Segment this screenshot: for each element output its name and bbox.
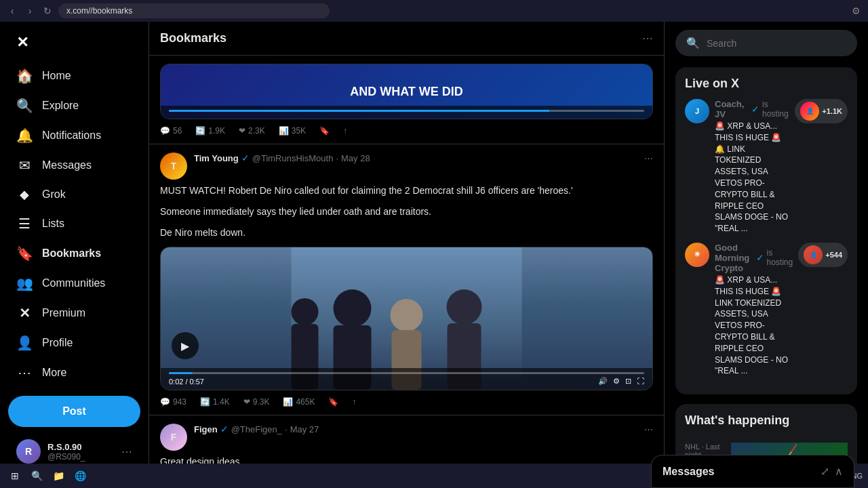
- sidebar-item-premium[interactable]: ✕ Premium: [8, 298, 140, 328]
- retweet-count: 1.4K: [213, 397, 230, 407]
- bookmark-button[interactable]: 🔖: [328, 397, 338, 407]
- communities-icon: 👥: [16, 275, 33, 291]
- tweet-date-value: May 28: [341, 153, 370, 163]
- sidebar-item-label: Grok: [42, 188, 66, 201]
- share-button[interactable]: ↑: [343, 126, 347, 136]
- retweet-button[interactable]: 🔄 1.4K: [200, 397, 230, 407]
- fullscreen-icon[interactable]: ⛶: [637, 377, 644, 386]
- sidebar-item-label: Notifications: [42, 129, 101, 142]
- sidebar-item-explore[interactable]: 🔍 Explore: [8, 91, 140, 121]
- browser-refresh[interactable]: ↻: [41, 4, 54, 18]
- retweet-button[interactable]: 🔄 1.9K: [195, 126, 225, 136]
- search-input[interactable]: [707, 38, 846, 49]
- sidebar-item-more[interactable]: ⋯ More: [8, 358, 140, 388]
- feed-more-icon[interactable]: ⋯: [642, 32, 653, 45]
- pip-icon[interactable]: ⊡: [625, 377, 631, 386]
- tweet-author-line: Figen ✓ @TheFigen_ · May 27 ⋯: [194, 424, 653, 434]
- sidebar-item-label: Bookmarks: [42, 247, 101, 260]
- views-button[interactable]: 📊 35K: [279, 126, 306, 136]
- tweet-media-top: AND WHAT WE DID: [160, 64, 653, 119]
- video-icons: 🔊 ⚙ ⊡ ⛶: [598, 377, 644, 386]
- avatar: R: [16, 439, 41, 464]
- live-info-2: Good Morning Crypto ✓ is hosting 🚨 XRP &…: [715, 243, 793, 377]
- verified-badge: ✓: [241, 152, 250, 163]
- like-button[interactable]: ❤ 9.3K: [243, 397, 270, 407]
- tweet-handle: @TimRunsHisMouth: [252, 153, 334, 163]
- reply-button[interactable]: 💬 943: [160, 397, 186, 407]
- is-hosting-label-1: is hosting: [762, 100, 789, 119]
- tweet-header: T Tim Young ✓ @TimRunsHisMouth · May 28 …: [160, 152, 653, 180]
- settings-icon[interactable]: ⚙: [613, 377, 620, 386]
- main-feed: Bookmarks ⋯ AND WHAT WE DID 💬 56 🔄 1.9K …: [149, 22, 665, 464]
- taskbar-start[interactable]: ⊞: [5, 466, 24, 485]
- bookmark-button[interactable]: 🔖: [319, 126, 330, 136]
- live-item-2[interactable]: ☀ Good Morning Crypto ✓ is hosting 🚨 XRP…: [685, 243, 848, 377]
- svg-point-3: [391, 299, 423, 331]
- tweet-author: Figen: [194, 424, 218, 434]
- sidebar-item-messages[interactable]: ✉ Messages: [8, 150, 140, 180]
- video-time: 0:02 / 0:57: [169, 378, 204, 386]
- taskbar-search[interactable]: 🔍: [27, 466, 46, 485]
- lists-icon: ☰: [16, 216, 33, 232]
- live-host-line-1: Coach, JV ✓ is hosting: [715, 99, 789, 119]
- svg-point-5: [447, 289, 482, 325]
- sidebar-item-lists[interactable]: ☰ Lists: [8, 209, 140, 239]
- browser-back[interactable]: ‹: [5, 4, 19, 18]
- sidebar-item-home[interactable]: 🏠 Home: [8, 61, 140, 91]
- sidebar-item-label: Profile: [42, 337, 73, 349]
- tweet-actions: 💬 943 🔄 1.4K ❤ 9.3K 📊 465K 🔖 ↑: [160, 397, 653, 407]
- tweet-more-icon[interactable]: ⋯: [644, 424, 653, 434]
- search-box[interactable]: 🔍: [675, 30, 857, 56]
- live-title-1: 🚨 XRP & USA... THIS IS HUGE 🚨🔔 LINK TOKE…: [715, 121, 789, 235]
- viewer-avatar-1: 👤: [800, 102, 819, 121]
- tweet-top: AND WHAT WE DID 💬 56 🔄 1.9K ❤ 2.3K 📊 35K…: [149, 56, 664, 144]
- browser-forward[interactable]: ›: [23, 4, 37, 18]
- video-progress-bar: [161, 106, 652, 119]
- notifications-icon: 🔔: [16, 127, 33, 144]
- tweet-more-icon[interactable]: ⋯: [644, 153, 653, 163]
- grok-icon: ◆: [16, 187, 33, 202]
- svg-point-7: [292, 298, 319, 325]
- viewer-count-1: 👤 +1.1K: [795, 99, 848, 123]
- share-button[interactable]: ↑: [352, 397, 356, 407]
- bookmarks-icon: 🔖: [16, 245, 33, 262]
- messages-collapse-icon[interactable]: ∧: [835, 465, 843, 478]
- tweet-date: ·: [336, 153, 338, 163]
- sidebar-item-grok[interactable]: ◆ Grok: [8, 180, 140, 209]
- user-more-icon: ⋯: [121, 445, 132, 458]
- taskbar-browser[interactable]: 🌐: [71, 466, 90, 485]
- right-sidebar: 🔍 Live on X J Coach, JV ✓ is hosting 🚨 X…: [665, 22, 868, 464]
- sidebar-item-communities[interactable]: 👥 Communities: [8, 268, 140, 298]
- sidebar-item-notifications[interactable]: 🔔 Notifications: [8, 121, 140, 150]
- url-bar[interactable]: x.com//bookmarks: [58, 3, 330, 18]
- messages-expand-icon[interactable]: ⤢: [821, 465, 829, 478]
- sidebar-item-bookmarks[interactable]: 🔖 Bookmarks: [8, 239, 140, 268]
- live-title-2: 🚨 XRP & USA... THIS IS HUGE 🚨 LINK TOKEN…: [715, 274, 793, 377]
- browser-settings[interactable]: ⚙: [849, 4, 863, 18]
- live-info-1: Coach, JV ✓ is hosting 🚨 XRP & USA... TH…: [715, 99, 789, 235]
- tweet-header: F Figen ✓ @TheFigen_ · May 27 ⋯: [160, 424, 653, 451]
- like-button[interactable]: ❤ 2.3K: [239, 126, 265, 136]
- tweet-text-2: Someone immediately says they lied under…: [160, 205, 653, 219]
- live-avatar-2: ☀: [685, 243, 709, 267]
- views-button[interactable]: 📊 465K: [283, 397, 315, 407]
- like-count: 9.3K: [253, 397, 270, 407]
- reply-button[interactable]: 💬 56: [160, 126, 182, 136]
- sidebar-item-label: Communities: [42, 277, 105, 289]
- retweet-count: 1.9K: [208, 126, 225, 136]
- verified-badge: ✓: [220, 424, 229, 434]
- live-item-1[interactable]: J Coach, JV ✓ is hosting 🚨 XRP & USA... …: [685, 99, 848, 235]
- verified-badge-2: ✓: [756, 252, 764, 263]
- taskbar-files[interactable]: 📁: [49, 466, 68, 485]
- x-logo[interactable]: ✕: [8, 27, 140, 58]
- reply-count: 56: [173, 126, 182, 136]
- volume-icon[interactable]: 🔊: [598, 377, 608, 386]
- home-icon: 🏠: [16, 68, 33, 84]
- play-button[interactable]: ▶: [172, 332, 199, 359]
- post-button[interactable]: Post: [8, 396, 140, 427]
- tweet-text-3: De Niro melts down.: [160, 226, 653, 240]
- messages-actions: ⤢ ∧: [821, 465, 843, 478]
- viewer-count-2: 👤 +544: [798, 243, 848, 267]
- sidebar-item-profile[interactable]: 👤 Profile: [8, 328, 140, 358]
- user-profile-button[interactable]: R R.S.0.90 @RS090_ ⋯: [8, 432, 140, 464]
